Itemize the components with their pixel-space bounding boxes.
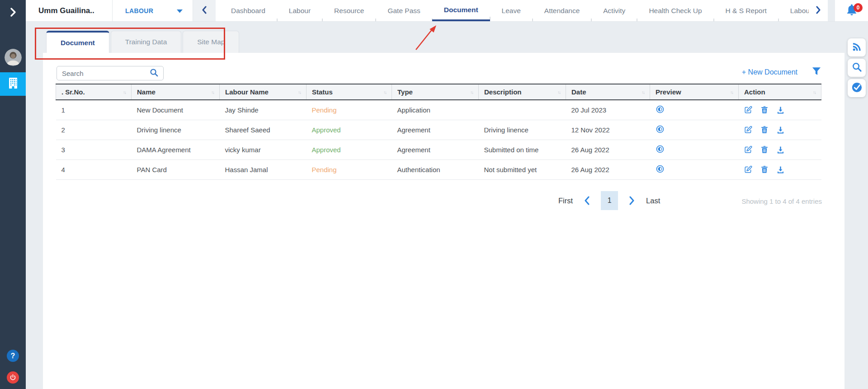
nav-item[interactable]: H & S Report [714, 0, 778, 21]
chevron-right-icon[interactable] [629, 196, 635, 205]
search-icon[interactable] [150, 68, 158, 79]
sort-icon[interactable]: ↑↓ [298, 90, 301, 95]
download-icon[interactable] [777, 106, 784, 114]
sort-icon[interactable]: ↑↓ [642, 90, 644, 95]
table-row: 1 New Document Jay Shinde Pending Applic… [56, 100, 821, 120]
download-icon[interactable] [777, 126, 784, 134]
cell-type: Authentication [392, 159, 479, 179]
sort-icon[interactable]: ↑↓ [470, 90, 473, 95]
table-column-header[interactable]: Labour Name ↑↓ [220, 84, 307, 100]
sort-icon[interactable]: ↑↓ [813, 90, 816, 95]
nav-item-label: Document [444, 6, 478, 14]
new-document-button[interactable]: + New Document [742, 68, 797, 76]
floating-action-column [848, 38, 866, 97]
sort-icon[interactable]: ↑↓ [123, 90, 126, 95]
delete-icon[interactable] [761, 126, 768, 134]
cell-sr-no: 2 [56, 120, 132, 140]
sort-icon[interactable]: ↑↓ [211, 90, 214, 95]
table-column-header[interactable]: Preview ↑↓ [650, 84, 739, 100]
tab[interactable]: Document [46, 31, 109, 53]
avatar[interactable] [5, 49, 22, 66]
header-divider [828, 0, 835, 21]
table-column-header[interactable]: Status ↑↓ [307, 84, 392, 100]
eye-icon[interactable] [656, 167, 665, 175]
nav-item[interactable]: Labour [277, 0, 322, 21]
cell-type: Agreement [392, 120, 479, 140]
table-column-header[interactable]: Description ↑↓ [479, 84, 566, 100]
nav-item-label: Resource [334, 7, 364, 15]
delete-icon[interactable] [761, 145, 768, 154]
sidebar-item-site-active[interactable] [0, 72, 26, 96]
table-column-header[interactable]: Type ↑↓ [392, 84, 479, 100]
sort-icon[interactable]: ↑↓ [557, 90, 560, 95]
nav-item[interactable]: Attendance [533, 0, 591, 21]
table-column-header[interactable]: Date ↑↓ [566, 84, 650, 100]
user-photo-icon [5, 49, 22, 66]
edit-icon[interactable] [744, 106, 752, 114]
column-header-label: . Sr.No. [61, 88, 85, 96]
nav-item[interactable]: Document [432, 0, 490, 21]
pagination-first-button[interactable]: First [558, 197, 573, 205]
edit-icon[interactable] [744, 165, 752, 173]
nav-item[interactable]: Activity [591, 0, 637, 21]
chevron-right-icon [816, 6, 821, 16]
nav-item[interactable]: Labour Repo [778, 0, 809, 21]
building-icon [7, 76, 19, 92]
site-title: Umm Guailina.. [26, 0, 113, 21]
pagination-current-page[interactable]: 1 [601, 191, 618, 210]
chevron-left-icon[interactable] [584, 196, 590, 205]
table-row: 3 DAMA Agreement vicky kumar Approved Ag… [56, 140, 821, 159]
sidebar-expand-button[interactable] [0, 5, 26, 21]
nav-item-label: Attendance [544, 7, 580, 15]
cell-preview [650, 159, 739, 179]
nav-item[interactable]: Health Check Up [637, 0, 713, 21]
notifications-button[interactable]: 0 [835, 0, 868, 21]
tab[interactable]: Site Map [183, 31, 239, 53]
delete-icon[interactable] [761, 106, 768, 114]
search-input[interactable] [62, 70, 150, 77]
cell-type: Agreement [392, 140, 479, 159]
column-header-label: Type [397, 88, 413, 96]
search-panel-button[interactable] [848, 59, 866, 77]
sort-icon[interactable]: ↑↓ [383, 90, 386, 95]
nav-scroll-right-button[interactable] [809, 0, 828, 21]
cell-action [739, 140, 821, 159]
column-header-label: Name [137, 88, 156, 96]
approve-button[interactable] [848, 79, 866, 97]
check-circle-icon [851, 82, 863, 95]
notification-badge: 0 [854, 3, 863, 12]
sort-icon[interactable]: ↑↓ [730, 90, 733, 95]
cell-name: PAN Card [132, 159, 220, 179]
column-header-label: Status [312, 88, 333, 96]
feed-button[interactable] [848, 38, 866, 56]
nav-item[interactable]: Gate Pass [376, 0, 432, 21]
download-icon[interactable] [777, 166, 784, 173]
delete-icon[interactable] [761, 165, 768, 173]
filter-icon[interactable] [812, 67, 821, 77]
cell-name: DAMA Agreement [132, 140, 220, 159]
download-icon[interactable] [777, 146, 784, 154]
module-select-dropdown[interactable]: LABOUR [113, 0, 193, 21]
help-icon[interactable]: ? [7, 350, 19, 362]
nav-item[interactable]: Leave [490, 0, 533, 21]
edit-icon[interactable] [744, 126, 752, 134]
nav-scroll-left-button[interactable] [193, 0, 216, 21]
edit-icon[interactable] [744, 145, 752, 154]
table-column-header[interactable]: . Sr.No. ↑↓ [56, 84, 132, 100]
nav-item[interactable]: Resource [322, 0, 376, 21]
nav-item[interactable]: Dashboard [219, 0, 277, 21]
eye-icon[interactable] [656, 127, 665, 135]
pagination: First 1 Last [558, 191, 660, 210]
eye-icon[interactable] [656, 147, 665, 155]
table-column-header[interactable]: Action ↑↓ [739, 84, 821, 100]
eye-icon[interactable] [656, 108, 665, 115]
tab[interactable]: Training Data [111, 31, 181, 53]
nav-item-label: Health Check Up [649, 7, 702, 15]
nav-item-label: Leave [502, 7, 521, 15]
power-icon[interactable] [7, 371, 19, 384]
pagination-last-button[interactable]: Last [646, 197, 660, 205]
table-column-header[interactable]: Name ↑↓ [132, 84, 220, 100]
cell-sr-no: 3 [56, 140, 132, 159]
chevron-left-icon [202, 6, 207, 16]
cell-labour-name: Jay Shinde [220, 100, 307, 120]
